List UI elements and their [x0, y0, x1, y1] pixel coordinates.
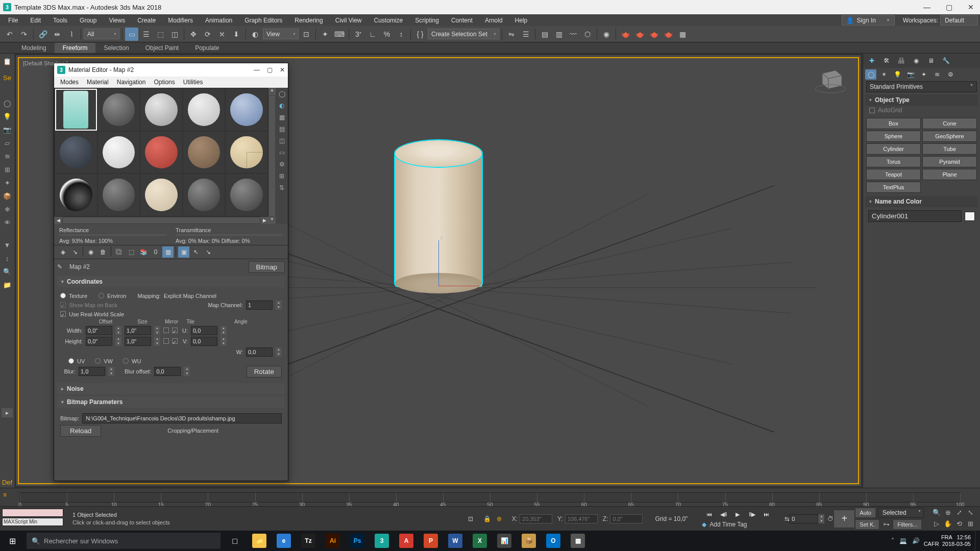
lt-spacewarp-icon[interactable]: ≋: [2, 151, 13, 162]
close-button[interactable]: ✕: [965, 2, 977, 12]
goto-start-icon[interactable]: ⏮: [703, 509, 715, 519]
menu-edit[interactable]: Edit: [24, 15, 47, 26]
ps-icon[interactable]: Ps: [345, 531, 370, 551]
maxscript-listener[interactable]: MAXScript Min: [2, 518, 63, 526]
lt-hide-icon[interactable]: 👁: [2, 217, 13, 228]
get-material-icon[interactable]: ◈: [57, 246, 68, 258]
cylinder-button[interactable]: Cylinder: [866, 143, 921, 155]
material-editor-titlebar[interactable]: 3 Material Editor - Map #2 — ▢ ✕: [54, 63, 288, 77]
scale-icon[interactable]: ⤧: [215, 28, 229, 41]
mat-map-nav-icon[interactable]: ⇅: [277, 183, 287, 193]
wu-radio[interactable]: [123, 358, 129, 364]
material-slot-12[interactable]: [98, 174, 140, 216]
mat-close-button[interactable]: ✕: [280, 66, 285, 73]
shapes-cat-icon[interactable]: ✶: [878, 69, 890, 80]
menu-views[interactable]: Views: [103, 15, 131, 26]
z-coord-input[interactable]: [610, 514, 643, 523]
sample-uv-icon[interactable]: ▤: [277, 124, 287, 134]
mat-menu-utilities[interactable]: Utilities: [179, 78, 207, 87]
lt-group-icon[interactable]: ⊞: [2, 164, 13, 175]
mirror-icon[interactable]: ⇋: [505, 28, 518, 41]
width-size-spinner[interactable]: [125, 326, 151, 335]
helpers-cat-icon[interactable]: ✦: [918, 69, 929, 80]
goto-end-icon[interactable]: ⏭: [760, 509, 772, 519]
task-view-icon[interactable]: ◻: [223, 531, 247, 551]
width-offset-spinner[interactable]: [86, 326, 112, 335]
isolate-selection-icon[interactable]: ⊡: [468, 515, 478, 522]
key-filter-dropdown[interactable]: Selected: [878, 508, 924, 518]
vw-radio[interactable]: [95, 358, 101, 364]
blur-offset-spinner[interactable]: [154, 367, 181, 376]
rotate-button[interactable]: Rotate: [247, 366, 282, 378]
taskbar-clock[interactable]: FRA 12:56 CAFR 2018-03-05: [924, 534, 975, 547]
go-parent-icon[interactable]: ↖: [190, 246, 202, 258]
ref-coord-dropdown[interactable]: View: [263, 29, 299, 39]
rotate-icon[interactable]: ⟳: [201, 28, 214, 41]
texture-radio[interactable]: [60, 293, 66, 298]
lt-camera-icon[interactable]: 📷: [2, 124, 13, 135]
width-tile-checkbox[interactable]: [172, 328, 178, 333]
tube-button[interactable]: Tube: [922, 143, 977, 155]
menu-rendering[interactable]: Rendering: [288, 15, 329, 26]
textplus-button[interactable]: TextPlus: [866, 182, 921, 193]
select-by-name-icon[interactable]: ☰: [139, 28, 153, 41]
mat-menu-navigation[interactable]: Navigation: [113, 78, 150, 87]
height-size-spinner[interactable]: [125, 337, 151, 346]
material-slot-4[interactable]: [183, 89, 225, 131]
spinner-snap-icon[interactable]: ↕: [395, 28, 408, 41]
menu-animation[interactable]: Animation: [199, 15, 238, 26]
maximize-button[interactable]: ▢: [943, 2, 955, 12]
material-slot-14[interactable]: [183, 174, 225, 216]
time-config-icon[interactable]: ⏱: [827, 515, 834, 522]
y-coord-input[interactable]: [565, 514, 598, 523]
make-preview-icon[interactable]: ▭: [277, 147, 287, 158]
undo-icon[interactable]: ↶: [3, 28, 16, 41]
show-map-vp-icon[interactable]: ▦: [162, 246, 174, 258]
make-copy-icon[interactable]: ⿻: [113, 246, 125, 258]
material-slot-15[interactable]: [226, 174, 267, 216]
named-selection-dropdown[interactable]: Create Selection Set: [428, 29, 499, 39]
unlink-icon[interactable]: ⇹: [51, 28, 64, 41]
map-channel-spinner[interactable]: [246, 300, 273, 310]
zoom-extents-all-icon[interactable]: ⤡: [966, 508, 975, 517]
render-iterative-icon[interactable]: ▦: [676, 28, 689, 41]
mat-minimize-button[interactable]: —: [254, 66, 260, 73]
3dsmax-task-icon[interactable]: 3: [370, 531, 394, 551]
environ-radio[interactable]: [99, 293, 104, 298]
outlook-icon[interactable]: O: [541, 531, 566, 551]
mat-menu-options[interactable]: Options: [150, 78, 179, 87]
primitive-dropdown[interactable]: Standard Primitives: [866, 81, 977, 92]
pivot-center-icon[interactable]: ⊡: [300, 28, 313, 41]
slot-vscroll-track[interactable]: [269, 95, 275, 216]
object-color-swatch[interactable]: [965, 212, 975, 221]
snap-toggle-icon[interactable]: 3ʳ: [352, 28, 365, 41]
pyramid-button[interactable]: Pyramid: [922, 156, 977, 167]
ai-icon[interactable]: Ai: [321, 531, 345, 551]
bitmap-path-button[interactable]: N:\G004_Technique\Francois Declos\3D pro…: [82, 413, 282, 423]
sample-type-icon[interactable]: ◯: [277, 89, 287, 99]
timeline-config-icon[interactable]: ≡: [3, 491, 15, 502]
select-region-icon[interactable]: ⬚: [154, 28, 167, 41]
powerpoint-icon[interactable]: P: [419, 531, 443, 551]
auto-key-button[interactable]: Auto: [855, 508, 876, 518]
lt-bone-icon[interactable]: ✦: [2, 177, 13, 188]
v-angle-spinner[interactable]: [191, 337, 217, 346]
align-icon[interactable]: ☰: [519, 28, 532, 41]
menu-file[interactable]: File: [2, 15, 24, 26]
ribbon-populate[interactable]: Populate: [187, 43, 227, 53]
map-type-button[interactable]: Bitmap: [249, 261, 285, 273]
mat-id-icon[interactable]: 0: [150, 246, 161, 258]
material-slot-13[interactable]: [140, 174, 182, 216]
mat-maximize-button[interactable]: ▢: [267, 66, 273, 73]
set-key-button[interactable]: Set K.: [855, 519, 879, 530]
mat-menu-material[interactable]: Material: [83, 78, 113, 87]
material-slot-2[interactable]: [98, 89, 140, 131]
select-object-icon[interactable]: ▭: [125, 28, 138, 41]
map-name-dropdown[interactable]: Map #2: [69, 263, 247, 270]
lt-light-icon[interactable]: 💡: [2, 111, 13, 122]
lt-filter-icon[interactable]: ▼: [2, 239, 13, 251]
max-toggle-icon[interactable]: ⊞: [966, 519, 975, 529]
calculator-icon[interactable]: ▦: [566, 531, 590, 551]
ribbon-selection[interactable]: Selection: [95, 43, 137, 53]
x-coord-input[interactable]: [520, 514, 552, 523]
